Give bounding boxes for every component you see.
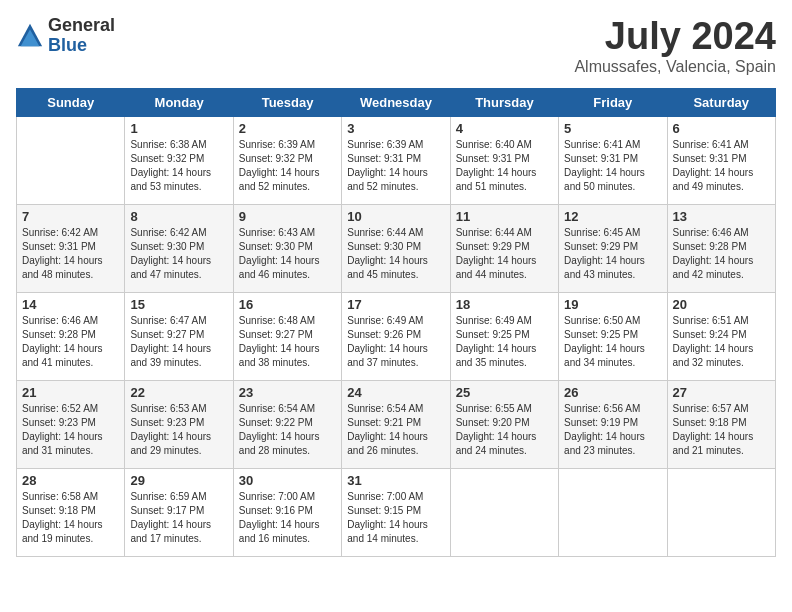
day-number: 23 (239, 385, 336, 400)
cell-details: Sunrise: 6:55 AM Sunset: 9:20 PM Dayligh… (456, 402, 553, 458)
cell-details: Sunrise: 6:44 AM Sunset: 9:29 PM Dayligh… (456, 226, 553, 282)
calendar-cell: 14Sunrise: 6:46 AM Sunset: 9:28 PM Dayli… (17, 292, 125, 380)
calendar-cell: 8Sunrise: 6:42 AM Sunset: 9:30 PM Daylig… (125, 204, 233, 292)
weekday-header: Tuesday (233, 88, 341, 116)
day-number: 20 (673, 297, 770, 312)
cell-details: Sunrise: 6:50 AM Sunset: 9:25 PM Dayligh… (564, 314, 661, 370)
weekday-header: Sunday (17, 88, 125, 116)
title-block: July 2024 Almussafes, Valencia, Spain (574, 16, 776, 76)
cell-details: Sunrise: 6:51 AM Sunset: 9:24 PM Dayligh… (673, 314, 770, 370)
calendar-cell: 4Sunrise: 6:40 AM Sunset: 9:31 PM Daylig… (450, 116, 558, 204)
month-year: July 2024 (574, 16, 776, 58)
calendar-cell: 22Sunrise: 6:53 AM Sunset: 9:23 PM Dayli… (125, 380, 233, 468)
calendar-cell: 27Sunrise: 6:57 AM Sunset: 9:18 PM Dayli… (667, 380, 775, 468)
day-number: 31 (347, 473, 444, 488)
weekday-header: Monday (125, 88, 233, 116)
cell-details: Sunrise: 6:56 AM Sunset: 9:19 PM Dayligh… (564, 402, 661, 458)
cell-details: Sunrise: 6:47 AM Sunset: 9:27 PM Dayligh… (130, 314, 227, 370)
cell-details: Sunrise: 6:41 AM Sunset: 9:31 PM Dayligh… (673, 138, 770, 194)
calendar-cell: 17Sunrise: 6:49 AM Sunset: 9:26 PM Dayli… (342, 292, 450, 380)
cell-details: Sunrise: 6:42 AM Sunset: 9:30 PM Dayligh… (130, 226, 227, 282)
day-number: 28 (22, 473, 119, 488)
day-number: 11 (456, 209, 553, 224)
day-number: 4 (456, 121, 553, 136)
cell-details: Sunrise: 6:39 AM Sunset: 9:31 PM Dayligh… (347, 138, 444, 194)
day-number: 15 (130, 297, 227, 312)
calendar-cell: 19Sunrise: 6:50 AM Sunset: 9:25 PM Dayli… (559, 292, 667, 380)
cell-details: Sunrise: 6:39 AM Sunset: 9:32 PM Dayligh… (239, 138, 336, 194)
calendar-cell: 21Sunrise: 6:52 AM Sunset: 9:23 PM Dayli… (17, 380, 125, 468)
calendar-cell: 1Sunrise: 6:38 AM Sunset: 9:32 PM Daylig… (125, 116, 233, 204)
day-number: 27 (673, 385, 770, 400)
weekday-header: Saturday (667, 88, 775, 116)
calendar-cell: 9Sunrise: 6:43 AM Sunset: 9:30 PM Daylig… (233, 204, 341, 292)
calendar-cell: 28Sunrise: 6:58 AM Sunset: 9:18 PM Dayli… (17, 468, 125, 556)
calendar-cell: 25Sunrise: 6:55 AM Sunset: 9:20 PM Dayli… (450, 380, 558, 468)
calendar-cell: 3Sunrise: 6:39 AM Sunset: 9:31 PM Daylig… (342, 116, 450, 204)
calendar-week-row: 21Sunrise: 6:52 AM Sunset: 9:23 PM Dayli… (17, 380, 776, 468)
day-number: 17 (347, 297, 444, 312)
calendar-cell: 6Sunrise: 6:41 AM Sunset: 9:31 PM Daylig… (667, 116, 775, 204)
day-number: 21 (22, 385, 119, 400)
weekday-header: Wednesday (342, 88, 450, 116)
cell-details: Sunrise: 6:49 AM Sunset: 9:25 PM Dayligh… (456, 314, 553, 370)
calendar-cell: 26Sunrise: 6:56 AM Sunset: 9:19 PM Dayli… (559, 380, 667, 468)
calendar-cell: 29Sunrise: 6:59 AM Sunset: 9:17 PM Dayli… (125, 468, 233, 556)
logo: General Blue (16, 16, 115, 56)
cell-details: Sunrise: 6:46 AM Sunset: 9:28 PM Dayligh… (22, 314, 119, 370)
cell-details: Sunrise: 6:44 AM Sunset: 9:30 PM Dayligh… (347, 226, 444, 282)
cell-details: Sunrise: 6:57 AM Sunset: 9:18 PM Dayligh… (673, 402, 770, 458)
day-number: 29 (130, 473, 227, 488)
calendar-week-row: 7Sunrise: 6:42 AM Sunset: 9:31 PM Daylig… (17, 204, 776, 292)
logo-general-text: General (48, 16, 115, 36)
calendar-cell: 23Sunrise: 6:54 AM Sunset: 9:22 PM Dayli… (233, 380, 341, 468)
weekday-header-row: SundayMondayTuesdayWednesdayThursdayFrid… (17, 88, 776, 116)
calendar-table: SundayMondayTuesdayWednesdayThursdayFrid… (16, 88, 776, 557)
day-number: 8 (130, 209, 227, 224)
logo-icon (16, 22, 44, 50)
cell-details: Sunrise: 6:53 AM Sunset: 9:23 PM Dayligh… (130, 402, 227, 458)
day-number: 22 (130, 385, 227, 400)
calendar-cell: 16Sunrise: 6:48 AM Sunset: 9:27 PM Dayli… (233, 292, 341, 380)
weekday-header: Friday (559, 88, 667, 116)
day-number: 26 (564, 385, 661, 400)
cell-details: Sunrise: 6:59 AM Sunset: 9:17 PM Dayligh… (130, 490, 227, 546)
calendar-cell: 31Sunrise: 7:00 AM Sunset: 9:15 PM Dayli… (342, 468, 450, 556)
day-number: 30 (239, 473, 336, 488)
day-number: 1 (130, 121, 227, 136)
day-number: 25 (456, 385, 553, 400)
calendar-cell: 12Sunrise: 6:45 AM Sunset: 9:29 PM Dayli… (559, 204, 667, 292)
page-header: General Blue July 2024 Almussafes, Valen… (16, 16, 776, 76)
cell-details: Sunrise: 7:00 AM Sunset: 9:16 PM Dayligh… (239, 490, 336, 546)
cell-details: Sunrise: 6:52 AM Sunset: 9:23 PM Dayligh… (22, 402, 119, 458)
calendar-cell: 7Sunrise: 6:42 AM Sunset: 9:31 PM Daylig… (17, 204, 125, 292)
cell-details: Sunrise: 6:46 AM Sunset: 9:28 PM Dayligh… (673, 226, 770, 282)
day-number: 24 (347, 385, 444, 400)
calendar-cell: 13Sunrise: 6:46 AM Sunset: 9:28 PM Dayli… (667, 204, 775, 292)
day-number: 16 (239, 297, 336, 312)
calendar-cell (17, 116, 125, 204)
day-number: 3 (347, 121, 444, 136)
calendar-cell: 20Sunrise: 6:51 AM Sunset: 9:24 PM Dayli… (667, 292, 775, 380)
calendar-cell: 30Sunrise: 7:00 AM Sunset: 9:16 PM Dayli… (233, 468, 341, 556)
cell-details: Sunrise: 6:42 AM Sunset: 9:31 PM Dayligh… (22, 226, 119, 282)
calendar-cell (559, 468, 667, 556)
calendar-cell: 2Sunrise: 6:39 AM Sunset: 9:32 PM Daylig… (233, 116, 341, 204)
calendar-cell: 18Sunrise: 6:49 AM Sunset: 9:25 PM Dayli… (450, 292, 558, 380)
day-number: 7 (22, 209, 119, 224)
day-number: 12 (564, 209, 661, 224)
cell-details: Sunrise: 6:40 AM Sunset: 9:31 PM Dayligh… (456, 138, 553, 194)
calendar-cell: 15Sunrise: 6:47 AM Sunset: 9:27 PM Dayli… (125, 292, 233, 380)
cell-details: Sunrise: 6:58 AM Sunset: 9:18 PM Dayligh… (22, 490, 119, 546)
day-number: 2 (239, 121, 336, 136)
day-number: 13 (673, 209, 770, 224)
day-number: 18 (456, 297, 553, 312)
calendar-cell: 5Sunrise: 6:41 AM Sunset: 9:31 PM Daylig… (559, 116, 667, 204)
calendar-cell: 11Sunrise: 6:44 AM Sunset: 9:29 PM Dayli… (450, 204, 558, 292)
cell-details: Sunrise: 6:45 AM Sunset: 9:29 PM Dayligh… (564, 226, 661, 282)
location: Almussafes, Valencia, Spain (574, 58, 776, 76)
cell-details: Sunrise: 6:48 AM Sunset: 9:27 PM Dayligh… (239, 314, 336, 370)
day-number: 10 (347, 209, 444, 224)
calendar-cell: 24Sunrise: 6:54 AM Sunset: 9:21 PM Dayli… (342, 380, 450, 468)
cell-details: Sunrise: 6:54 AM Sunset: 9:21 PM Dayligh… (347, 402, 444, 458)
